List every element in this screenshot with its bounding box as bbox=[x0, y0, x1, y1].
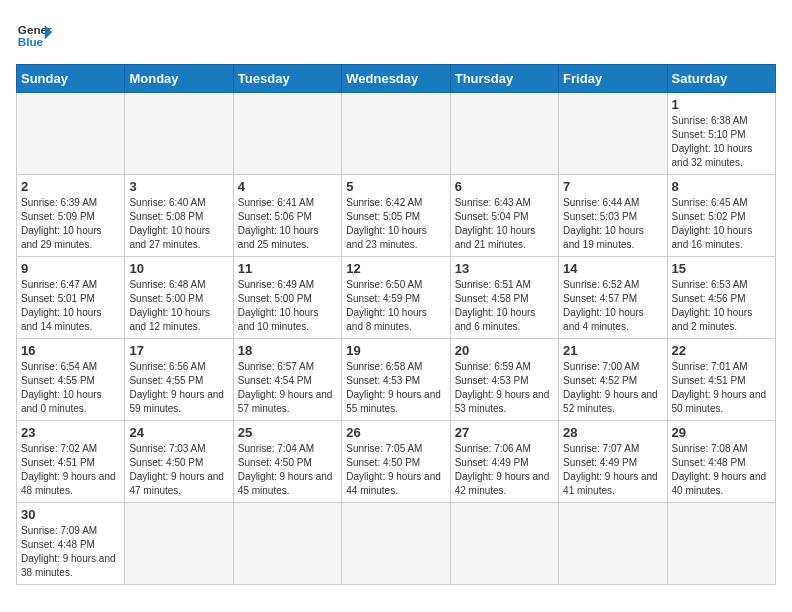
day-info: Sunrise: 6:47 AM Sunset: 5:01 PM Dayligh… bbox=[21, 278, 120, 334]
day-number: 5 bbox=[346, 179, 445, 194]
weekday-header-monday: Monday bbox=[125, 65, 233, 93]
day-number: 30 bbox=[21, 507, 120, 522]
calendar-cell: 22Sunrise: 7:01 AM Sunset: 4:51 PM Dayli… bbox=[667, 339, 775, 421]
calendar-cell bbox=[233, 93, 341, 175]
weekday-header-saturday: Saturday bbox=[667, 65, 775, 93]
day-info: Sunrise: 6:39 AM Sunset: 5:09 PM Dayligh… bbox=[21, 196, 120, 252]
day-info: Sunrise: 6:44 AM Sunset: 5:03 PM Dayligh… bbox=[563, 196, 662, 252]
calendar-cell bbox=[342, 93, 450, 175]
calendar-cell: 11Sunrise: 6:49 AM Sunset: 5:00 PM Dayli… bbox=[233, 257, 341, 339]
calendar-row: 30Sunrise: 7:09 AM Sunset: 4:48 PM Dayli… bbox=[17, 503, 776, 585]
calendar-cell: 1Sunrise: 6:38 AM Sunset: 5:10 PM Daylig… bbox=[667, 93, 775, 175]
calendar-cell: 6Sunrise: 6:43 AM Sunset: 5:04 PM Daylig… bbox=[450, 175, 558, 257]
day-number: 13 bbox=[455, 261, 554, 276]
day-number: 9 bbox=[21, 261, 120, 276]
calendar-cell bbox=[667, 503, 775, 585]
day-info: Sunrise: 6:48 AM Sunset: 5:00 PM Dayligh… bbox=[129, 278, 228, 334]
calendar-cell: 2Sunrise: 6:39 AM Sunset: 5:09 PM Daylig… bbox=[17, 175, 125, 257]
calendar-cell bbox=[450, 93, 558, 175]
calendar-cell: 25Sunrise: 7:04 AM Sunset: 4:50 PM Dayli… bbox=[233, 421, 341, 503]
calendar-cell bbox=[559, 503, 667, 585]
calendar-cell: 21Sunrise: 7:00 AM Sunset: 4:52 PM Dayli… bbox=[559, 339, 667, 421]
day-number: 21 bbox=[563, 343, 662, 358]
calendar: SundayMondayTuesdayWednesdayThursdayFrid… bbox=[16, 64, 776, 585]
calendar-cell bbox=[342, 503, 450, 585]
calendar-cell: 3Sunrise: 6:40 AM Sunset: 5:08 PM Daylig… bbox=[125, 175, 233, 257]
day-info: Sunrise: 6:56 AM Sunset: 4:55 PM Dayligh… bbox=[129, 360, 228, 416]
day-number: 17 bbox=[129, 343, 228, 358]
day-info: Sunrise: 6:45 AM Sunset: 5:02 PM Dayligh… bbox=[672, 196, 771, 252]
calendar-cell: 5Sunrise: 6:42 AM Sunset: 5:05 PM Daylig… bbox=[342, 175, 450, 257]
day-number: 24 bbox=[129, 425, 228, 440]
day-number: 22 bbox=[672, 343, 771, 358]
calendar-cell: 12Sunrise: 6:50 AM Sunset: 4:59 PM Dayli… bbox=[342, 257, 450, 339]
day-number: 8 bbox=[672, 179, 771, 194]
day-number: 10 bbox=[129, 261, 228, 276]
weekday-header-thursday: Thursday bbox=[450, 65, 558, 93]
calendar-cell: 27Sunrise: 7:06 AM Sunset: 4:49 PM Dayli… bbox=[450, 421, 558, 503]
day-info: Sunrise: 7:07 AM Sunset: 4:49 PM Dayligh… bbox=[563, 442, 662, 498]
calendar-cell: 10Sunrise: 6:48 AM Sunset: 5:00 PM Dayli… bbox=[125, 257, 233, 339]
day-number: 26 bbox=[346, 425, 445, 440]
day-number: 12 bbox=[346, 261, 445, 276]
day-info: Sunrise: 6:43 AM Sunset: 5:04 PM Dayligh… bbox=[455, 196, 554, 252]
calendar-cell: 4Sunrise: 6:41 AM Sunset: 5:06 PM Daylig… bbox=[233, 175, 341, 257]
day-info: Sunrise: 6:38 AM Sunset: 5:10 PM Dayligh… bbox=[672, 114, 771, 170]
calendar-row: 23Sunrise: 7:02 AM Sunset: 4:51 PM Dayli… bbox=[17, 421, 776, 503]
day-number: 1 bbox=[672, 97, 771, 112]
calendar-row: 9Sunrise: 6:47 AM Sunset: 5:01 PM Daylig… bbox=[17, 257, 776, 339]
day-number: 29 bbox=[672, 425, 771, 440]
day-info: Sunrise: 7:08 AM Sunset: 4:48 PM Dayligh… bbox=[672, 442, 771, 498]
calendar-cell: 20Sunrise: 6:59 AM Sunset: 4:53 PM Dayli… bbox=[450, 339, 558, 421]
svg-text:Blue: Blue bbox=[18, 35, 44, 48]
calendar-row: 2Sunrise: 6:39 AM Sunset: 5:09 PM Daylig… bbox=[17, 175, 776, 257]
day-info: Sunrise: 6:50 AM Sunset: 4:59 PM Dayligh… bbox=[346, 278, 445, 334]
weekday-header-friday: Friday bbox=[559, 65, 667, 93]
calendar-cell: 18Sunrise: 6:57 AM Sunset: 4:54 PM Dayli… bbox=[233, 339, 341, 421]
day-info: Sunrise: 7:04 AM Sunset: 4:50 PM Dayligh… bbox=[238, 442, 337, 498]
day-info: Sunrise: 6:42 AM Sunset: 5:05 PM Dayligh… bbox=[346, 196, 445, 252]
day-info: Sunrise: 6:49 AM Sunset: 5:00 PM Dayligh… bbox=[238, 278, 337, 334]
day-info: Sunrise: 6:57 AM Sunset: 4:54 PM Dayligh… bbox=[238, 360, 337, 416]
day-number: 27 bbox=[455, 425, 554, 440]
day-info: Sunrise: 7:06 AM Sunset: 4:49 PM Dayligh… bbox=[455, 442, 554, 498]
day-number: 19 bbox=[346, 343, 445, 358]
day-info: Sunrise: 6:54 AM Sunset: 4:55 PM Dayligh… bbox=[21, 360, 120, 416]
day-info: Sunrise: 6:52 AM Sunset: 4:57 PM Dayligh… bbox=[563, 278, 662, 334]
calendar-cell bbox=[450, 503, 558, 585]
day-info: Sunrise: 7:02 AM Sunset: 4:51 PM Dayligh… bbox=[21, 442, 120, 498]
day-info: Sunrise: 6:58 AM Sunset: 4:53 PM Dayligh… bbox=[346, 360, 445, 416]
day-number: 16 bbox=[21, 343, 120, 358]
calendar-cell: 29Sunrise: 7:08 AM Sunset: 4:48 PM Dayli… bbox=[667, 421, 775, 503]
day-number: 7 bbox=[563, 179, 662, 194]
day-number: 14 bbox=[563, 261, 662, 276]
weekday-header-wednesday: Wednesday bbox=[342, 65, 450, 93]
day-number: 28 bbox=[563, 425, 662, 440]
calendar-cell: 13Sunrise: 6:51 AM Sunset: 4:58 PM Dayli… bbox=[450, 257, 558, 339]
calendar-cell: 28Sunrise: 7:07 AM Sunset: 4:49 PM Dayli… bbox=[559, 421, 667, 503]
calendar-cell: 17Sunrise: 6:56 AM Sunset: 4:55 PM Dayli… bbox=[125, 339, 233, 421]
calendar-cell bbox=[559, 93, 667, 175]
calendar-cell: 8Sunrise: 6:45 AM Sunset: 5:02 PM Daylig… bbox=[667, 175, 775, 257]
calendar-cell bbox=[125, 503, 233, 585]
day-number: 23 bbox=[21, 425, 120, 440]
calendar-cell bbox=[233, 503, 341, 585]
calendar-cell: 30Sunrise: 7:09 AM Sunset: 4:48 PM Dayli… bbox=[17, 503, 125, 585]
day-info: Sunrise: 6:40 AM Sunset: 5:08 PM Dayligh… bbox=[129, 196, 228, 252]
day-number: 15 bbox=[672, 261, 771, 276]
calendar-cell: 24Sunrise: 7:03 AM Sunset: 4:50 PM Dayli… bbox=[125, 421, 233, 503]
day-info: Sunrise: 6:59 AM Sunset: 4:53 PM Dayligh… bbox=[455, 360, 554, 416]
day-number: 20 bbox=[455, 343, 554, 358]
calendar-row: 16Sunrise: 6:54 AM Sunset: 4:55 PM Dayli… bbox=[17, 339, 776, 421]
weekday-header-tuesday: Tuesday bbox=[233, 65, 341, 93]
calendar-cell: 14Sunrise: 6:52 AM Sunset: 4:57 PM Dayli… bbox=[559, 257, 667, 339]
day-info: Sunrise: 7:00 AM Sunset: 4:52 PM Dayligh… bbox=[563, 360, 662, 416]
day-info: Sunrise: 6:41 AM Sunset: 5:06 PM Dayligh… bbox=[238, 196, 337, 252]
weekday-header-sunday: Sunday bbox=[17, 65, 125, 93]
day-number: 3 bbox=[129, 179, 228, 194]
day-info: Sunrise: 7:03 AM Sunset: 4:50 PM Dayligh… bbox=[129, 442, 228, 498]
day-info: Sunrise: 7:01 AM Sunset: 4:51 PM Dayligh… bbox=[672, 360, 771, 416]
day-number: 6 bbox=[455, 179, 554, 194]
day-info: Sunrise: 6:53 AM Sunset: 4:56 PM Dayligh… bbox=[672, 278, 771, 334]
calendar-cell: 7Sunrise: 6:44 AM Sunset: 5:03 PM Daylig… bbox=[559, 175, 667, 257]
